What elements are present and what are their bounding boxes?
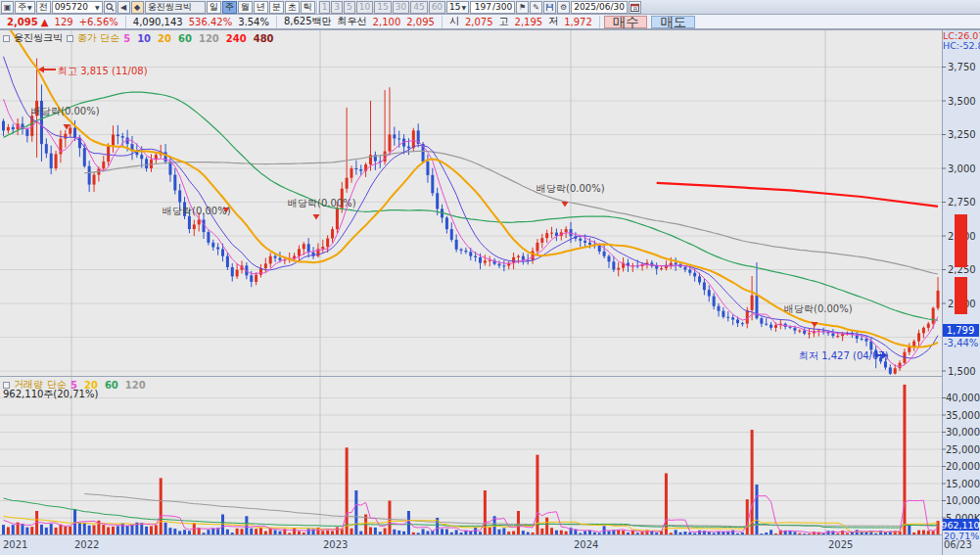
- panel-toggle-icon[interactable]: [3, 35, 10, 42]
- dividend-annotation: 배당락(0.00%): [163, 206, 231, 216]
- volume-bars: [2, 385, 940, 535]
- svg-text:3,250: 3,250: [948, 129, 976, 140]
- axis-range-bar-upper: [955, 214, 967, 267]
- svg-text:2024: 2024: [574, 539, 598, 550]
- dividend-annotation: 배당락(0.00%): [31, 106, 100, 116]
- svg-text:25,000K: 25,000K: [946, 444, 980, 455]
- gridlines: [0, 29, 980, 534]
- svg-text:1,799: 1,799: [947, 325, 975, 336]
- svg-text:20,000K: 20,000K: [946, 461, 980, 472]
- svg-text:962,110: 962,110: [941, 520, 979, 531]
- svg-text:15,000K: 15,000K: [946, 479, 980, 489]
- svg-text:3,750: 3,750: [948, 62, 976, 72]
- svg-text:06/23: 06/23: [944, 539, 972, 550]
- date-axis-labels: 2021202220232024202506/23: [3, 539, 972, 550]
- svg-text:40,000K: 40,000K: [946, 393, 980, 403]
- svg-text:-3,44%: -3,44%: [944, 338, 978, 348]
- svg-text:2,750: 2,750: [948, 197, 976, 208]
- hc-readout: HC:-52.8: [943, 40, 980, 51]
- price-ma-legend: 5102060120240480: [123, 33, 273, 44]
- svg-text:2023: 2023: [323, 539, 348, 550]
- dividend-annotation: 배당락(0.00%): [288, 198, 356, 208]
- chart-annotations: 최고 3,815 (11/08)최저 1,427 (04/07)배당락(0.00…: [31, 66, 889, 361]
- dividend-annotation: 배당락(0.00%): [537, 183, 605, 194]
- price-legend-type: 종가 단순: [77, 31, 119, 45]
- price-panel-legend: 웅진씽크빅 종가 단순 5102060120240480: [3, 31, 274, 45]
- ma-legend-60: 60: [178, 33, 192, 44]
- high-annotation: 최고 3,815 (11/08): [58, 66, 148, 76]
- low-annotation: 최저 1,427 (04/07): [799, 350, 889, 361]
- svg-text:1,500: 1,500: [948, 366, 976, 377]
- ma-legend-240: 240: [226, 33, 247, 44]
- ma-legend-120: 120: [199, 33, 219, 44]
- ma-240-line: [657, 183, 938, 207]
- ma-legend-480: 480: [254, 33, 274, 44]
- price-axis-labels: 3,7503,5003,2503,0002,7502,5002,2502,000…: [941, 30, 980, 541]
- svg-text:2022: 2022: [74, 539, 99, 550]
- svg-text:3,000: 3,000: [948, 163, 976, 174]
- ma-legend-60: 60: [105, 380, 118, 391]
- volume-ma-lines: [4, 494, 939, 533]
- axis-range-bar-lower: [955, 277, 967, 314]
- svg-text:35,000K: 35,000K: [946, 410, 980, 421]
- ma-legend-5: 5: [123, 33, 130, 44]
- dividend-annotation: 배당락(0.00%): [784, 303, 853, 314]
- indicator-toggle-icon[interactable]: [67, 35, 73, 42]
- svg-text:2025: 2025: [828, 539, 853, 550]
- ma-legend-120: 120: [125, 380, 146, 391]
- volume-readout: 962,110주(20,71%): [3, 388, 98, 401]
- svg-text:2021: 2021: [3, 539, 27, 550]
- ma-legend-20: 20: [158, 33, 171, 44]
- svg-text:10,000K: 10,000K: [946, 495, 980, 506]
- stock-chart-canvas[interactable]: 최고 3,815 (11/08)최저 1,427 (04/07)배당락(0.00…: [0, 0, 980, 555]
- ma-legend-10: 10: [137, 33, 151, 44]
- svg-text:30,000K: 30,000K: [946, 427, 980, 438]
- hts-chart-window: ▣ 주▼ 전 095720▼ ◀ ◆ 웅진씽크빅 일주월년분초틱 1351015…: [0, 0, 980, 555]
- svg-text:3,500: 3,500: [948, 96, 976, 107]
- price-panel-title: 웅진씽크빅: [14, 31, 63, 45]
